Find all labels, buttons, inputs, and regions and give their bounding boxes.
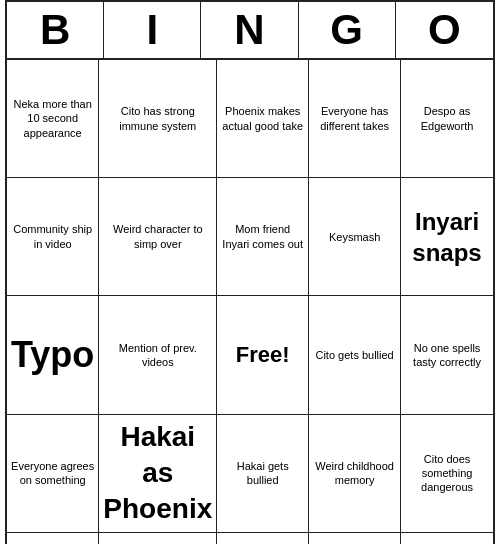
bingo-grid: Neka more than 10 second appearanceCito …	[7, 60, 493, 544]
bingo-cell: Weird childhood memory	[309, 415, 401, 533]
bingo-card: BINGO Neka more than 10 second appearanc…	[5, 0, 495, 544]
bingo-cell: No one spells tasty correctly	[401, 296, 493, 414]
bingo-cell: Cito does something dangerous	[401, 415, 493, 533]
bingo-cell: Everyone agrees on something	[7, 415, 99, 533]
bingo-cell: Hakai gets bullied	[217, 415, 309, 533]
bingo-cell: Mom friend Inyari comes out	[217, 178, 309, 296]
bingo-cell: Ichi as Edgeworth	[7, 533, 99, 544]
header-letter: B	[7, 2, 104, 58]
bingo-cell: Community ship in video	[7, 178, 99, 296]
bingo-cell: Everyone has different takes	[309, 60, 401, 178]
bingo-cell: Inyari snaps	[401, 178, 493, 296]
bingo-cell: Keysmash	[309, 178, 401, 296]
bingo-cell: Weird character to simp over	[99, 178, 217, 296]
bingo-cell: Hakai as Phoenix	[99, 415, 217, 533]
bingo-cell: Cito gets another discord role	[401, 533, 493, 544]
bingo-cell: Despo as Edgeworth	[401, 60, 493, 178]
bingo-cell: Neka more than 10 second appearance	[7, 60, 99, 178]
bingo-cell: Free!	[217, 296, 309, 414]
bingo-cell: Cito consumes health hazard	[99, 533, 217, 544]
bingo-cell: Cito gets bullied	[309, 296, 401, 414]
bingo-cell: Mention of prev. videos	[99, 296, 217, 414]
bingo-cell: Cito has strong immune system	[99, 60, 217, 178]
bingo-cell: Someone gets compared to an animal	[217, 533, 309, 544]
bingo-cell: Phoenix makes actual good take	[217, 60, 309, 178]
bingo-cell: Typo	[7, 296, 99, 414]
header-letter: N	[201, 2, 298, 58]
header-letter: I	[104, 2, 201, 58]
header-letter: G	[299, 2, 396, 58]
header-letter: O	[396, 2, 493, 58]
bingo-cell: Sexy cow mommy milkers	[309, 533, 401, 544]
bingo-header: BINGO	[7, 2, 493, 60]
